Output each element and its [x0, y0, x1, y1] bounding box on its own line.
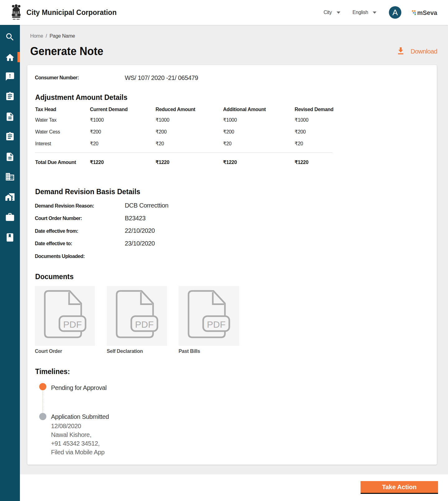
svg-text:PDF: PDF: [63, 319, 82, 330]
svg-text:PDF: PDF: [135, 319, 154, 330]
svg-text:PDF: PDF: [207, 319, 226, 330]
